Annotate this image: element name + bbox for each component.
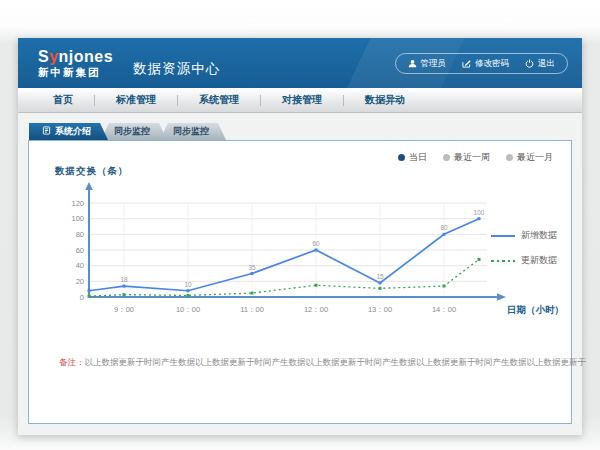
point-label: 80 [440,224,448,231]
logo-part1: S [38,48,49,65]
svg-text:10：00: 10：00 [176,305,200,314]
svg-text:100: 100 [71,214,84,223]
svg-text:40: 40 [76,261,84,270]
time-filter-group: 当日最近一周最近一月 [398,151,553,164]
tab-label: 同步监控 [114,125,150,138]
page-title: 数据资源中心 [133,60,220,78]
user-icon [408,59,417,68]
data-point [478,258,481,261]
point-label: 10 [184,281,192,288]
x-axis-title: 日期（小时） [507,304,564,316]
legend-item-1: 更新数据 [491,254,557,267]
nav-item-1[interactable]: 标准管理 [95,93,177,107]
app-window: Synjones 新中新集团 数据资源中心 管理员修改密码退出 首页标准管理系统… [18,38,582,435]
change-password-button[interactable]: 修改密码 [462,58,509,70]
point-label: 18 [120,276,128,283]
svg-text:0: 0 [80,293,84,302]
data-point [187,289,190,292]
radio-dot [398,154,405,161]
document-icon [42,126,51,137]
series-line-1 [89,259,479,296]
brand-logo-text: Synjones [38,48,113,65]
filter-radio-1[interactable]: 最近一周 [443,151,490,164]
legend-swatch [491,235,515,237]
filter-radio-2[interactable]: 最近一月 [506,151,553,164]
content-area: 系统介绍同步监控同步监控 当日最近一周最近一月 数据交换（条） 02040608… [18,113,582,434]
remark-label: 备注： [59,357,85,367]
svg-text:13：00: 13：00 [368,305,392,314]
tab-1[interactable]: 同步监控 [101,123,167,140]
tab-label: 同步监控 [173,125,209,138]
data-point [251,292,254,295]
point-label: 60 [312,240,320,247]
remark: 备注：以上数据更新于时间产生数据以上数据更新于时间产生数据以上数据更新于时间产生… [59,357,586,369]
tab-2[interactable]: 同步监控 [160,123,226,140]
data-point [123,285,126,288]
svg-text:120: 120 [71,199,84,208]
data-point [478,217,481,220]
data-point [379,287,382,290]
y-axis-title: 数据交换（条） [55,165,129,178]
line-chart: 0204060801001209：0010：0011：0012：0013：001… [59,181,559,321]
nav-item-2[interactable]: 系统管理 [178,93,260,107]
data-point [379,281,382,284]
filter-radio-0[interactable]: 当日 [398,151,427,164]
tab-label: 系统介绍 [55,125,91,138]
svg-text:20: 20 [76,277,84,286]
radio-label: 当日 [409,151,427,164]
logo-part2: njones [59,48,114,65]
data-point [443,233,446,236]
brand-logo: Synjones 新中新集团 [38,48,113,79]
edit-icon [462,59,471,68]
nav-item-4[interactable]: 数据异动 [344,93,426,107]
svg-text:9：00: 9：00 [114,305,134,314]
radio-dot [443,154,450,161]
tab-0[interactable]: 系统介绍 [29,123,108,140]
chart-panel: 当日最近一周最近一月 数据交换（条） 0204060801001209：0010… [28,140,572,424]
admin-user-button-label: 管理员 [421,58,447,70]
chart-legend: 新增数据更新数据 [491,229,557,267]
series-line-0 [89,219,479,291]
nav-item-3[interactable]: 对接管理 [261,93,343,107]
data-point [251,272,254,275]
tab-bar: 系统介绍同步监控同步监控 [29,123,226,140]
point-label: 35 [248,264,256,271]
legend-label: 新增数据 [521,229,557,242]
admin-user-button[interactable]: 管理员 [408,58,447,70]
nav-item-0[interactable]: 首页 [32,93,94,107]
data-point [187,294,190,297]
legend-item-0: 新增数据 [491,229,557,242]
legend-swatch [491,260,515,262]
app-header: Synjones 新中新集团 数据资源中心 管理员修改密码退出 [18,38,582,88]
x-axis-arrow [497,293,506,301]
legend-label: 更新数据 [521,254,557,267]
logout-icon [525,59,534,68]
data-point [443,285,446,288]
radio-label: 最近一周 [454,151,490,164]
y-axis-arrow [85,182,93,190]
radio-label: 最近一月 [517,151,553,164]
data-point [88,295,91,298]
remark-text: 以上数据更新于时间产生数据以上数据更新于时间产生数据以上数据更新于时间产生数据以… [85,357,587,367]
change-password-button-label: 修改密码 [475,58,509,70]
main-nav: 首页标准管理系统管理对接管理数据异动 [18,88,582,113]
svg-text:80: 80 [76,230,84,239]
point-label: 15 [376,273,384,280]
logout-button-label: 退出 [538,58,555,70]
svg-text:12：00: 12：00 [304,305,328,314]
radio-dot [506,154,513,161]
page-background: Synjones 新中新集团 数据资源中心 管理员修改密码退出 首页标准管理系统… [0,0,600,450]
data-point [88,289,91,292]
point-label: 100 [474,209,485,216]
header-actions-pill: 管理员修改密码退出 [395,53,569,74]
logo-accent: y [49,48,58,65]
data-point [123,293,126,296]
logout-button[interactable]: 退出 [525,58,555,70]
svg-text:11：00: 11：00 [240,305,264,314]
brand-subtitle: 新中新集团 [38,65,113,79]
data-point [315,284,318,287]
svg-text:14：00: 14：00 [432,305,456,314]
data-point [315,249,318,252]
svg-text:60: 60 [76,246,84,255]
